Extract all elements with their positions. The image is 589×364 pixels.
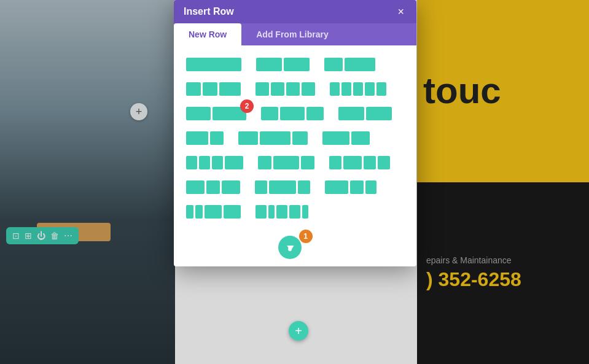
layout-5col[interactable] [184, 203, 243, 221]
layout-2col-var2[interactable] [322, 178, 379, 196]
svg-point-0 [288, 247, 292, 251]
layout-3col-a[interactable] [184, 80, 243, 98]
dialog-header: Insert Row × [174, 0, 416, 23]
layout-4col-a[interactable] [184, 153, 246, 172]
dialog-close-button[interactable]: × [395, 6, 407, 17]
layout-3col-var1[interactable] [236, 129, 310, 147]
layout-row-4 [184, 129, 407, 147]
layout-row-5 [184, 153, 407, 172]
dialog-title: Insert Row [184, 6, 234, 17]
layout-2col-right-wide[interactable] [336, 104, 394, 123]
tab-add-from-library[interactable]: Add From Library [241, 23, 343, 45]
layout-4col-b[interactable] [327, 153, 392, 172]
insert-row-dialog: Insert Row × New Row Add From Library [174, 0, 416, 266]
layout-3col-var5[interactable] [252, 178, 313, 196]
layout-5col-b[interactable] [253, 203, 311, 221]
plus-icon-bottom: + [295, 324, 302, 338]
layout-3col-var3[interactable] [255, 153, 317, 172]
layout-row-2 [184, 80, 407, 98]
dialog-bottom: 1 [174, 231, 416, 266]
layout-3col-c[interactable] [259, 104, 326, 123]
layout-2col-var1[interactable] [184, 129, 226, 147]
tab-new-row[interactable]: New Row [174, 23, 241, 45]
badge-1: 1 [299, 230, 313, 243]
layout-2col-left-wide[interactable]: 2 [184, 104, 249, 123]
layout-row-7 [184, 203, 407, 221]
dialog-content: 2 [174, 45, 416, 231]
layout-row-3: 2 [184, 104, 407, 123]
layout-row-1 [184, 55, 407, 74]
layout-3col-var4[interactable] [184, 178, 243, 196]
layout-2col-equal[interactable] [254, 55, 312, 74]
add-row-button-bottom[interactable]: + [289, 321, 308, 341]
badge-2: 2 [240, 99, 254, 113]
layout-4col[interactable] [327, 80, 389, 98]
layout-3col-var2[interactable] [320, 129, 372, 147]
layout-row-6 [184, 178, 407, 196]
dialog-tabs: New Row Add From Library [174, 23, 416, 45]
divi-library-button[interactable] [278, 236, 302, 259]
layout-3col-b[interactable] [253, 80, 318, 98]
divi-icon [284, 242, 295, 253]
layout-2col-small[interactable] [322, 55, 378, 74]
layout-1col[interactable] [184, 55, 244, 74]
layout-grid: 2 [184, 55, 407, 221]
